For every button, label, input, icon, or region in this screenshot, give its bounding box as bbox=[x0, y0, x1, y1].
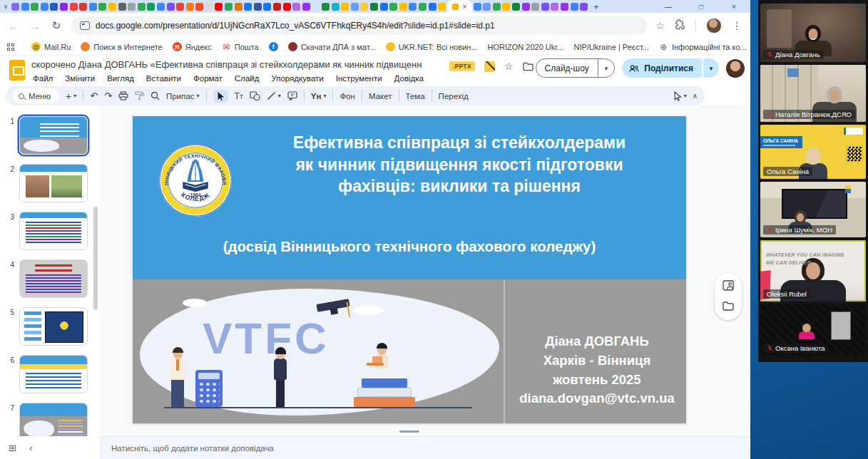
tab-favicon[interactable] bbox=[341, 3, 349, 11]
tab-favicon[interactable] bbox=[438, 3, 446, 11]
bookmark-item[interactable]: Скачати ДПА з мат... bbox=[288, 42, 376, 51]
tab-favicon[interactable] bbox=[128, 3, 136, 11]
slide-thumbnail[interactable] bbox=[19, 403, 88, 436]
select-tool-button[interactable] bbox=[213, 90, 228, 103]
move-folder-icon[interactable] bbox=[523, 62, 533, 71]
tab-favicon[interactable] bbox=[322, 3, 330, 11]
tab-favicon[interactable] bbox=[522, 3, 530, 11]
tab-favicon[interactable] bbox=[332, 3, 339, 11]
share-dropdown[interactable]: ▾ bbox=[703, 58, 719, 78]
tab-favicon[interactable] bbox=[50, 3, 58, 11]
menu-item[interactable]: Вигляд bbox=[107, 74, 134, 83]
tab-favicon[interactable] bbox=[79, 3, 87, 11]
back-button[interactable]: ← bbox=[7, 20, 20, 32]
tab-favicon[interactable] bbox=[360, 3, 368, 11]
tab-favicon[interactable] bbox=[580, 3, 588, 11]
tab-favicon[interactable] bbox=[60, 3, 68, 11]
tab-favicon[interactable] bbox=[561, 3, 568, 11]
tab-favicon[interactable] bbox=[215, 3, 223, 11]
bookmark-item[interactable]: HORIZON 2020 Ukr... bbox=[488, 43, 564, 51]
tab-favicon[interactable] bbox=[89, 3, 97, 11]
print-button[interactable] bbox=[118, 91, 128, 100]
site-info-icon[interactable] bbox=[80, 21, 90, 30]
paint-format-button[interactable] bbox=[135, 91, 144, 100]
zoom-button[interactable] bbox=[150, 91, 160, 100]
slide-thumbnail[interactable] bbox=[19, 307, 88, 346]
menu-item[interactable]: Файл bbox=[33, 74, 53, 83]
tab-favicon[interactable] bbox=[399, 3, 407, 11]
tab-favicon[interactable] bbox=[167, 3, 175, 11]
bookmark-item[interactable]: UKR.NET: Всі новин... bbox=[386, 42, 478, 51]
close-window-button[interactable]: × bbox=[718, 0, 750, 13]
slide-title[interactable]: Ефективна співпраця зі стейкхолдерамияк … bbox=[241, 132, 678, 197]
menu-item[interactable]: Слайд bbox=[235, 74, 260, 83]
speaker-notes-panel[interactable]: Натисніть, щоб додати нотатки доповідача bbox=[100, 436, 750, 459]
bookmark-star-icon[interactable]: ☆ bbox=[655, 20, 665, 31]
text-style-tool[interactable]: Yн ▾ bbox=[311, 92, 327, 100]
tab-favicon[interactable] bbox=[21, 3, 29, 11]
notes-drag-handle[interactable] bbox=[399, 430, 419, 433]
tab-favicon[interactable] bbox=[571, 3, 578, 11]
google-slides-icon[interactable] bbox=[9, 60, 25, 81]
tab-favicon[interactable] bbox=[502, 3, 510, 11]
tab-favicon[interactable] bbox=[31, 3, 39, 11]
bookmark-item[interactable]: ✉Пошта bbox=[222, 42, 259, 51]
tab-favicon[interactable] bbox=[283, 3, 291, 11]
reload-button[interactable]: ↻ bbox=[50, 19, 63, 32]
bookmark-item[interactable]: @Mail.Ru bbox=[31, 42, 71, 51]
browser-menu-icon[interactable]: ⋮ bbox=[732, 20, 742, 31]
tab-favicon[interactable] bbox=[186, 3, 194, 11]
tab-favicon[interactable] bbox=[108, 3, 116, 11]
slide-thumbnail[interactable] bbox=[19, 164, 88, 202]
tab-favicon[interactable] bbox=[541, 3, 549, 11]
folder-icon[interactable] bbox=[723, 301, 734, 313]
tab-favicon[interactable] bbox=[273, 3, 281, 11]
insert-shape-button[interactable] bbox=[250, 91, 260, 100]
menu-item[interactable]: Довідка bbox=[394, 74, 424, 83]
tab-favicon[interactable] bbox=[493, 3, 501, 11]
tab-favicon[interactable] bbox=[176, 3, 184, 11]
bookmark-item[interactable]: Поиск в Интернете bbox=[81, 42, 162, 51]
tab-favicon[interactable] bbox=[138, 3, 145, 11]
tab-favicon[interactable] bbox=[235, 3, 242, 11]
tab-favicon[interactable] bbox=[380, 3, 388, 11]
tab-favicon[interactable] bbox=[531, 3, 539, 11]
collapse-toolbar-button[interactable]: ∧ bbox=[693, 92, 698, 100]
star-document-icon[interactable]: ☆ bbox=[504, 61, 514, 71]
current-slide[interactable]: ВІННИЦЬКИЙ ТЕХНІЧНИЙ ФАХОВИЙ 1964 КОЛЕДЖ… bbox=[133, 116, 686, 423]
tab-favicon[interactable] bbox=[483, 3, 491, 11]
grid-view-icon[interactable]: ⊞ bbox=[9, 443, 16, 453]
slideshow-dropdown[interactable]: ▾ bbox=[598, 65, 615, 72]
tab-favicon[interactable] bbox=[302, 3, 310, 11]
transition-button[interactable]: Перехід bbox=[439, 92, 469, 100]
tab-favicon[interactable] bbox=[11, 3, 19, 11]
participant-tile[interactable]: Ірина Шумік, МОН bbox=[760, 182, 866, 237]
redo-button[interactable]: ↷ bbox=[104, 91, 112, 101]
profile-avatar[interactable] bbox=[706, 18, 722, 33]
menu-item[interactable]: Упорядкувати bbox=[271, 74, 323, 83]
laser-pointer-tool[interactable]: ▾ bbox=[673, 91, 687, 101]
tab-favicon[interactable] bbox=[551, 3, 558, 11]
maximize-button[interactable]: □ bbox=[685, 0, 718, 13]
menu-item[interactable]: Формат bbox=[193, 74, 223, 83]
slide-thumbnail[interactable] bbox=[19, 116, 88, 155]
tab-favicon[interactable] bbox=[157, 3, 165, 11]
tab-favicon[interactable] bbox=[389, 3, 397, 11]
tab-favicon[interactable] bbox=[195, 3, 203, 11]
background-button[interactable]: Фон bbox=[339, 92, 355, 100]
text-box-button[interactable]: Tт bbox=[235, 91, 243, 101]
collapse-filmstrip-icon[interactable]: ‹ bbox=[29, 443, 32, 453]
extensions-icon[interactable] bbox=[675, 19, 685, 32]
tab-favicon[interactable] bbox=[370, 3, 378, 11]
menu-item[interactable]: Змінити bbox=[65, 74, 95, 83]
participant-tile[interactable]: Наталія Вітранюк,ДСЯО bbox=[760, 65, 866, 122]
tab-favicon[interactable] bbox=[225, 3, 233, 11]
toolbar-search-menu[interactable]: Меню bbox=[13, 88, 59, 103]
tab-favicon[interactable] bbox=[254, 3, 262, 11]
tab-favicon[interactable] bbox=[429, 3, 436, 11]
participant-tile[interactable]: WHATEVER YOU CAN IMAGINEWE CAN DELIVEROl… bbox=[760, 240, 866, 301]
tab-favicon[interactable] bbox=[70, 3, 78, 11]
slide-thumbnail[interactable] bbox=[19, 212, 88, 250]
share-button[interactable]: Поділитися bbox=[622, 58, 702, 78]
tab-favicon[interactable] bbox=[292, 3, 300, 11]
